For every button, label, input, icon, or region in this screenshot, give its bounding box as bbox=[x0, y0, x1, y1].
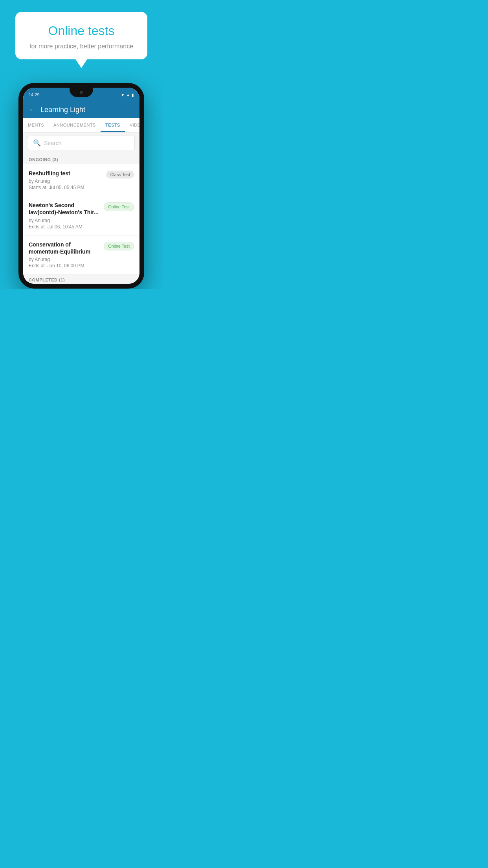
tab-tests[interactable]: TESTS bbox=[101, 118, 125, 132]
test-author: by Anurag bbox=[29, 218, 100, 223]
search-placeholder: Search bbox=[44, 140, 61, 146]
bubble-subtitle: for more practice, better performance bbox=[27, 43, 136, 50]
tab-videos[interactable]: VIDEOS bbox=[125, 118, 139, 132]
test-time: Ends at Jun 10, 06:00 PM bbox=[29, 263, 100, 268]
tab-announcements[interactable]: ANNOUNCEMENTS bbox=[49, 118, 101, 132]
app-header: ← Learning Light bbox=[23, 102, 139, 118]
ongoing-section-header: ONGOING (3) bbox=[23, 153, 139, 164]
test-author: by Anurag bbox=[29, 178, 102, 184]
test-name: Reshuffling test bbox=[29, 170, 102, 177]
test-info: Conservation of momentum-Equilibrium by … bbox=[29, 241, 104, 268]
bubble-title: Online tests bbox=[27, 24, 136, 38]
test-info: Reshuffling test by Anurag Starts at Jul… bbox=[29, 170, 106, 190]
test-info: Newton's Second law(contd)-Newton's Thir… bbox=[29, 202, 104, 229]
speech-bubble: Online tests for more practice, better p… bbox=[15, 12, 148, 59]
test-name: Conservation of momentum-Equilibrium bbox=[29, 241, 100, 255]
test-item[interactable]: Conservation of momentum-Equilibrium by … bbox=[23, 235, 139, 274]
status-time: 14:29 bbox=[29, 92, 40, 97]
tab-ments[interactable]: MENTS bbox=[23, 118, 49, 132]
test-badge-online: Online Test bbox=[104, 242, 134, 250]
test-time: Ends at Jul 06, 10:45 AM bbox=[29, 224, 100, 230]
camera-dot bbox=[80, 91, 83, 94]
phone-screen: 14:29 ▼ ▲ ▮ ← Learning Light MENTS ANNOU… bbox=[23, 88, 139, 284]
phone-mockup: 14:29 ▼ ▲ ▮ ← Learning Light MENTS ANNOU… bbox=[18, 83, 144, 289]
test-author: by Anurag bbox=[29, 257, 100, 262]
test-time: Starts at Jul 05, 05:45 PM bbox=[29, 185, 102, 190]
phone-notch bbox=[70, 88, 93, 97]
test-badge-class: Class Test bbox=[106, 171, 134, 178]
app-title: Learning Light bbox=[40, 106, 85, 114]
search-input-wrapper[interactable]: 🔍 Search bbox=[28, 136, 135, 150]
battery-icon: ▮ bbox=[132, 93, 134, 97]
test-badge-online: Online Test bbox=[104, 202, 134, 211]
status-icons: ▼ ▲ ▮ bbox=[121, 93, 134, 97]
test-name: Newton's Second law(contd)-Newton's Thir… bbox=[29, 202, 100, 216]
test-item[interactable]: Reshuffling test by Anurag Starts at Jul… bbox=[23, 164, 139, 196]
search-bar-container: 🔍 Search bbox=[23, 132, 139, 153]
status-bar: 14:29 ▼ ▲ ▮ bbox=[23, 88, 139, 102]
test-item[interactable]: Newton's Second law(contd)-Newton's Thir… bbox=[23, 196, 139, 235]
signal-icon: ▲ bbox=[126, 93, 130, 97]
wifi-icon: ▼ bbox=[121, 93, 125, 97]
search-icon: 🔍 bbox=[33, 139, 41, 147]
tabs-bar: MENTS ANNOUNCEMENTS TESTS VIDEOS bbox=[23, 118, 139, 132]
back-button[interactable]: ← bbox=[29, 106, 36, 114]
speech-bubble-area: Online tests for more practice, better p… bbox=[0, 0, 163, 63]
test-list: Reshuffling test by Anurag Starts at Jul… bbox=[23, 164, 139, 274]
completed-section-header: COMPLETED (1) bbox=[23, 274, 139, 284]
